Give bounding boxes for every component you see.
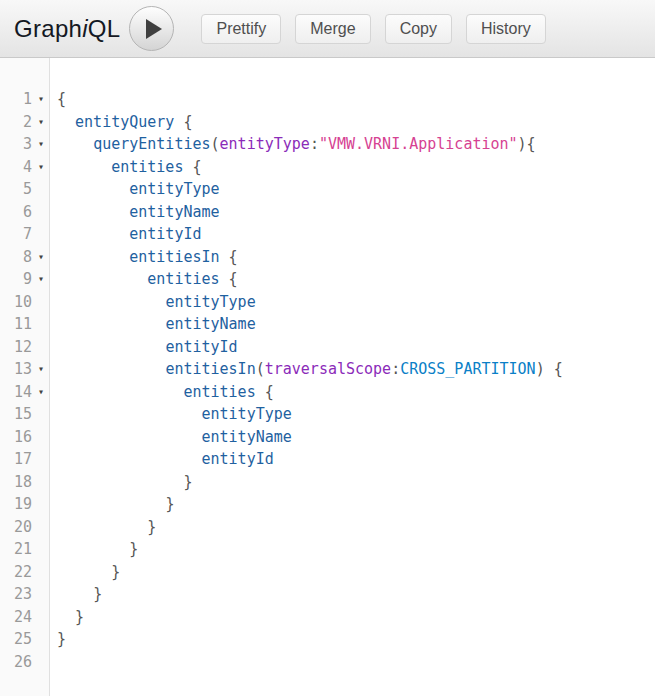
token-f: entityType <box>129 180 219 198</box>
token-f: entitiesIn <box>129 248 219 266</box>
token-f: entities <box>147 270 219 288</box>
fold-arrow-icon[interactable]: ▾ <box>32 381 50 404</box>
query-editor[interactable]: 1▾{2▾ entityQuery {3▾ queryEntities(enti… <box>0 58 655 696</box>
code-text: } <box>50 583 102 606</box>
code-line[interactable]: 9▾ entities { <box>0 268 655 291</box>
code-line[interactable]: 2▾ entityQuery { <box>0 111 655 134</box>
token-f: entityType <box>202 405 292 423</box>
line-number: 10 <box>0 291 32 314</box>
fold-gutter-spacer <box>32 336 50 359</box>
line-number: 14 <box>0 381 32 404</box>
fold-arrow-icon[interactable]: ▾ <box>32 268 50 291</box>
token-p: } <box>183 473 192 491</box>
fold-gutter-spacer <box>32 583 50 606</box>
history-button[interactable]: History <box>466 14 546 44</box>
token-f: entityType <box>165 293 255 311</box>
code-line[interactable]: 26 <box>0 651 655 674</box>
code-line[interactable]: 19 } <box>0 493 655 516</box>
token-p: { <box>256 383 274 401</box>
code-line[interactable]: 3▾ queryEntities(entityType:"VMW.VRNI.Ap… <box>0 133 655 156</box>
token-p: { <box>220 270 238 288</box>
code-line[interactable]: 10 entityType <box>0 291 655 314</box>
line-number: 3 <box>0 133 32 156</box>
code-line[interactable]: 7 entityId <box>0 223 655 246</box>
token-s: "VMW.VRNI.Application" <box>319 135 518 153</box>
token-f: queryEntities <box>93 135 210 153</box>
prettify-button[interactable]: Prettify <box>201 14 281 44</box>
fold-arrow-icon[interactable]: ▾ <box>32 133 50 156</box>
fold-gutter-spacer <box>32 628 50 651</box>
code-line[interactable]: 24 } <box>0 606 655 629</box>
line-number: 13 <box>0 358 32 381</box>
line-number: 5 <box>0 178 32 201</box>
code-line[interactable]: 20 } <box>0 516 655 539</box>
copy-button[interactable]: Copy <box>385 14 452 44</box>
token-p: } <box>93 585 102 603</box>
logo-text-ql: QL <box>88 15 121 42</box>
code-line[interactable]: 23 } <box>0 583 655 606</box>
code-line[interactable]: 6 entityName <box>0 201 655 224</box>
line-number: 17 <box>0 448 32 471</box>
code-line[interactable]: 8▾ entitiesIn { <box>0 246 655 269</box>
token-p: ( <box>211 135 220 153</box>
code-line[interactable]: 18 } <box>0 471 655 494</box>
topbar: GraphiQL Prettify Merge Copy History <box>0 0 655 58</box>
fold-gutter-spacer <box>32 178 50 201</box>
line-number: 22 <box>0 561 32 584</box>
code-text: } <box>50 471 192 494</box>
line-number: 4 <box>0 156 32 179</box>
line-number: 20 <box>0 516 32 539</box>
code-line[interactable]: 11 entityName <box>0 313 655 336</box>
token-p: ( <box>256 360 265 378</box>
code-line[interactable]: 15 entityType <box>0 403 655 426</box>
token-p: : <box>310 135 319 153</box>
line-number: 12 <box>0 336 32 359</box>
code-lines: 1▾{2▾ entityQuery {3▾ queryEntities(enti… <box>0 58 655 673</box>
fold-arrow-icon[interactable]: ▾ <box>32 358 50 381</box>
code-text: entities { <box>50 381 274 404</box>
code-line[interactable]: 21 } <box>0 538 655 561</box>
code-line[interactable]: 12 entityId <box>0 336 655 359</box>
graphiql-logo: GraphiQL <box>14 15 120 43</box>
fold-arrow-icon[interactable]: ▾ <box>32 111 50 134</box>
token-f: entitiesIn <box>165 360 255 378</box>
code-line[interactable]: 5 entityType <box>0 178 655 201</box>
code-line[interactable]: 16 entityName <box>0 426 655 449</box>
execute-button[interactable] <box>129 6 174 51</box>
code-text: entityId <box>50 448 274 471</box>
fold-gutter-spacer <box>32 201 50 224</box>
token-p: } <box>147 518 156 536</box>
code-line[interactable]: 1▾{ <box>0 88 655 111</box>
code-line[interactable]: 14▾ entities { <box>0 381 655 404</box>
token-p: } <box>111 563 120 581</box>
line-number: 21 <box>0 538 32 561</box>
token-f: entityName <box>202 428 292 446</box>
fold-gutter-spacer <box>32 313 50 336</box>
fold-arrow-icon[interactable]: ▾ <box>32 246 50 269</box>
code-text: entityType <box>50 178 220 201</box>
merge-button[interactable]: Merge <box>295 14 370 44</box>
token-p: } <box>129 540 138 558</box>
line-number: 2 <box>0 111 32 134</box>
code-line[interactable]: 25} <box>0 628 655 651</box>
line-number: 6 <box>0 201 32 224</box>
token-p: } <box>75 608 84 626</box>
fold-gutter-spacer <box>32 516 50 539</box>
line-number: 7 <box>0 223 32 246</box>
line-number: 24 <box>0 606 32 629</box>
code-line[interactable]: 22 } <box>0 561 655 584</box>
fold-arrow-icon[interactable]: ▾ <box>32 156 50 179</box>
code-text: entityId <box>50 336 238 359</box>
fold-gutter-spacer <box>32 561 50 584</box>
code-line[interactable]: 4▾ entities { <box>0 156 655 179</box>
code-text: } <box>50 606 84 629</box>
code-text: entities { <box>50 268 238 291</box>
code-line[interactable]: 13▾ entitiesIn(traversalScope:CROSS_PART… <box>0 358 655 381</box>
token-p: ){ <box>518 135 536 153</box>
fold-arrow-icon[interactable]: ▾ <box>32 88 50 111</box>
fold-gutter-spacer <box>32 471 50 494</box>
line-number: 26 <box>0 651 32 674</box>
code-text: entityId <box>50 223 202 246</box>
code-line[interactable]: 17 entityId <box>0 448 655 471</box>
code-text: entityName <box>50 201 220 224</box>
